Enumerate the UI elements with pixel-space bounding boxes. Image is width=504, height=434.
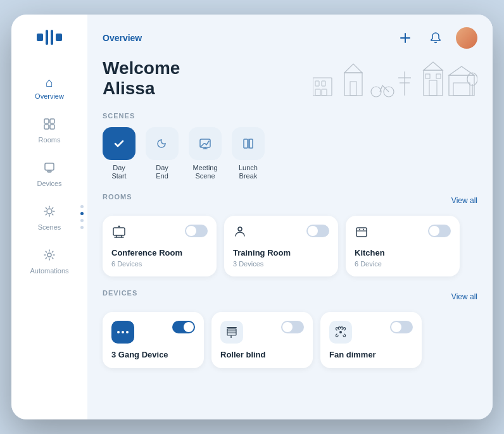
house-illustration xyxy=(313,59,477,99)
sidebar-item-label: Scenes xyxy=(38,223,61,231)
scene-icon-meeting xyxy=(189,127,222,160)
fan-dimmer-name: Fan dimmer xyxy=(329,350,413,359)
svg-rect-50 xyxy=(249,139,253,148)
sidebar-item-overview[interactable]: ⌂ Overview xyxy=(21,69,78,106)
roller-blind-toggle[interactable] xyxy=(281,321,304,333)
devices-row: 3 Gang Device xyxy=(103,312,477,368)
svg-marker-41 xyxy=(449,66,474,75)
svg-rect-39 xyxy=(436,74,441,78)
scene-icon-lunch xyxy=(232,127,265,160)
svg-rect-63 xyxy=(227,327,237,328)
training-room-toggle[interactable] xyxy=(306,225,329,237)
scene-name-lunch: LunchBreak xyxy=(239,164,258,180)
room-card-header xyxy=(355,225,451,242)
sidebar-item-devices[interactable]: Devices xyxy=(21,155,78,194)
svg-rect-40 xyxy=(449,75,474,96)
svg-line-18 xyxy=(46,214,46,214)
svg-point-58 xyxy=(359,229,360,230)
gang-device-name: 3 Gang Device xyxy=(111,350,195,359)
svg-marker-35 xyxy=(424,62,443,70)
fan-dimmer-icon xyxy=(329,321,352,344)
kitchen-icon xyxy=(355,225,369,242)
room-card-training[interactable]: Training Room 3 Devices xyxy=(224,216,338,276)
svg-marker-27 xyxy=(344,64,362,73)
svg-rect-42 xyxy=(453,83,470,96)
svg-rect-25 xyxy=(315,89,320,96)
gang-device-toggle[interactable] xyxy=(172,321,195,333)
scene-name-day-start: DayStart xyxy=(111,164,126,180)
scenes-label: SCENES xyxy=(103,112,477,120)
svg-point-19 xyxy=(47,253,51,257)
sidebar-item-label: Devices xyxy=(37,180,61,187)
sidebar-dot xyxy=(80,205,84,208)
devices-view-all[interactable]: View all xyxy=(451,292,477,301)
conference-room-icon xyxy=(111,225,127,242)
room-card-header xyxy=(233,225,329,242)
welcome-name: Alissa xyxy=(103,78,180,99)
device-card-fan[interactable]: Fan dimmer xyxy=(320,312,422,368)
svg-point-44 xyxy=(467,73,477,85)
welcome-text: Welcome Alissa xyxy=(103,59,180,99)
svg-line-17 xyxy=(52,208,53,208)
device-card-roller[interactable]: Roller blind xyxy=(211,312,313,368)
content-area: Welcome Alissa xyxy=(87,54,493,419)
svg-rect-5 xyxy=(50,119,54,123)
svg-point-59 xyxy=(363,229,364,230)
sidebar-dot-active xyxy=(80,212,84,215)
sidebar-dot xyxy=(80,219,84,222)
sidebar-item-automations[interactable]: Automations xyxy=(21,242,78,281)
svg-point-62 xyxy=(126,331,129,333)
scene-item-day-start[interactable]: DayStart xyxy=(103,127,135,180)
device-card-header xyxy=(111,321,195,344)
devices-section-header: DEVICES View all xyxy=(103,289,477,304)
devices-label: DEVICES xyxy=(103,289,137,297)
kitchen-devices: 6 Device xyxy=(355,260,451,268)
sidebar-item-label: Rooms xyxy=(39,136,61,144)
svg-rect-8 xyxy=(45,163,54,170)
add-button[interactable] xyxy=(395,28,415,48)
page-title: Overview xyxy=(103,33,142,43)
svg-rect-24 xyxy=(322,81,325,86)
sidebar-item-rooms[interactable]: Rooms xyxy=(21,111,78,150)
kitchen-toggle[interactable] xyxy=(428,225,451,237)
svg-rect-6 xyxy=(44,125,49,129)
sidebar-item-scenes[interactable]: Scenes xyxy=(21,199,78,237)
scenes-icon xyxy=(43,205,56,221)
notification-button[interactable] xyxy=(425,28,446,48)
svg-rect-2 xyxy=(51,30,53,45)
header-actions xyxy=(395,27,477,49)
fan-dimmer-toggle[interactable] xyxy=(390,321,413,333)
svg-rect-48 xyxy=(244,139,248,148)
conference-room-name: Conference Room xyxy=(111,248,208,257)
device-card-gang[interactable]: 3 Gang Device xyxy=(103,312,204,368)
svg-rect-3 xyxy=(56,34,62,41)
welcome-greeting: Welcome xyxy=(103,59,180,78)
rooms-row: Conference Room 6 Devices xyxy=(103,216,477,276)
roller-blind-name: Roller blind xyxy=(220,350,304,359)
svg-point-69 xyxy=(339,331,342,333)
devices-section: DEVICES View all xyxy=(103,289,477,368)
svg-rect-51 xyxy=(113,228,125,235)
rooms-icon xyxy=(43,118,56,133)
kitchen-name: Kitchen xyxy=(355,248,451,257)
svg-rect-1 xyxy=(46,30,48,45)
rooms-section-header: ROOMS View all xyxy=(103,193,477,208)
conference-room-toggle[interactable] xyxy=(185,225,208,237)
svg-point-61 xyxy=(122,331,124,333)
scene-item-lunch[interactable]: LunchBreak xyxy=(232,127,265,180)
devices-icon xyxy=(43,161,56,177)
room-card-kitchen[interactable]: Kitchen 6 Device xyxy=(346,216,460,276)
training-room-icon xyxy=(233,225,247,242)
room-card-conference[interactable]: Conference Room 6 Devices xyxy=(103,216,217,276)
user-avatar[interactable] xyxy=(456,27,477,49)
scene-icon-day-end xyxy=(146,127,179,160)
rooms-view-all[interactable]: View all xyxy=(451,196,477,205)
svg-rect-64 xyxy=(227,329,236,335)
roller-blind-icon xyxy=(220,321,243,344)
device-card-header xyxy=(220,321,304,344)
svg-point-30 xyxy=(371,87,381,97)
svg-rect-7 xyxy=(50,125,54,129)
scene-item-meeting[interactable]: MeetingScene xyxy=(189,127,222,180)
sidebar-item-label: Automations xyxy=(30,267,68,275)
scene-item-day-end[interactable]: DayEnd xyxy=(146,127,179,180)
